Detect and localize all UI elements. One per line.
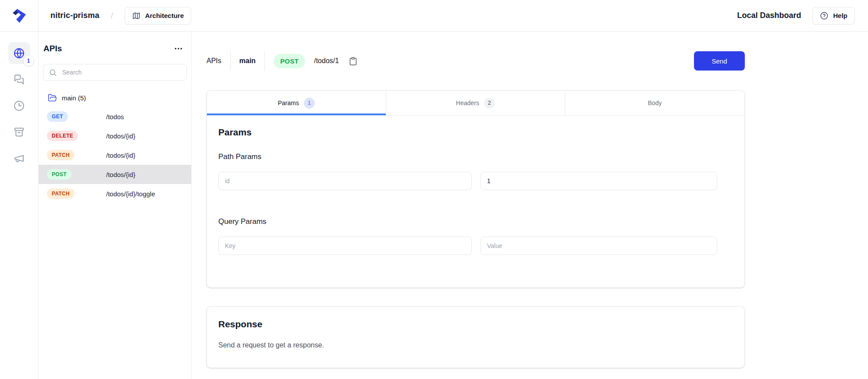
architecture-button-label: Architecture [145, 12, 184, 19]
path-params-heading: Path Params [218, 152, 716, 161]
tab-label: Headers [456, 99, 479, 106]
send-button[interactable]: Send [694, 51, 745, 71]
method-badge: DELETE [47, 131, 78, 141]
params-heading: Params [218, 127, 716, 138]
main-content: APIs main POST /todos/1 Sen [192, 32, 868, 379]
header-right: Local Dashboard Help [737, 7, 868, 25]
endpoint-row[interactable]: PATCH /todos/{id} [39, 145, 191, 165]
rail-item-topics[interactable] [8, 147, 30, 169]
tab-headers[interactable]: Headers 2 [386, 91, 566, 115]
rail-item-chat[interactable] [8, 68, 30, 90]
sidebar-menu-button[interactable] [172, 42, 185, 55]
query-params-row [218, 237, 716, 255]
help-circle-icon [820, 11, 829, 20]
map-icon [132, 11, 141, 20]
copy-path-button[interactable] [348, 56, 359, 67]
header-breadcrumb: nitric-prisma / Architecture [39, 7, 191, 25]
method-badge: GET [47, 111, 68, 122]
breadcrumb-divider [230, 51, 231, 71]
endpoint-row[interactable]: DELETE /todos/{id} [39, 126, 191, 145]
tab-params[interactable]: Params 1 [207, 91, 386, 115]
path-param-key-input[interactable] [218, 172, 472, 190]
nitric-logo[interactable] [0, 0, 39, 31]
rail-item-schedules[interactable] [8, 95, 30, 117]
nitric-logo-icon [11, 7, 28, 25]
request-tabs: Params 1 Headers 2 Body [207, 91, 744, 116]
endpoint-path: /todos/{id} [106, 152, 135, 159]
tab-count-badge: 2 [484, 98, 495, 109]
project-name: nitric-prisma [50, 11, 100, 20]
endpoint-path: /todos/{id} [106, 171, 135, 178]
rail-item-apis[interactable]: 1 [8, 42, 30, 64]
query-params-heading: Query Params [218, 217, 716, 226]
response-empty-message: Send a request to get a response. [218, 341, 733, 349]
breadcrumb-divider [264, 51, 265, 71]
endpoint-path: /todos/{id} [106, 132, 135, 140]
endpoint-row[interactable]: POST /todos/{id} [39, 165, 191, 184]
sidebar-title: APIs [43, 44, 62, 53]
app: nitric-prisma / Architecture Local Dashb… [0, 0, 868, 379]
folder-open-icon [48, 93, 57, 103]
method-badge: POST [47, 169, 71, 180]
icon-rail: 1 [0, 32, 39, 379]
path-param-value-input[interactable] [480, 172, 717, 190]
breadcrumb-method-badge: POST [274, 54, 305, 68]
help-button-label: Help [833, 12, 847, 19]
search-input[interactable] [61, 68, 181, 76]
search-box [43, 64, 187, 81]
chat-bubbles-icon [13, 74, 25, 85]
tab-label: Params [278, 99, 299, 106]
apis-count-badge: 1 [23, 55, 34, 66]
help-button[interactable]: Help [812, 7, 855, 25]
endpoint-path: /todos/{id}/toggle [106, 190, 155, 198]
tab-body[interactable]: Body [565, 91, 744, 115]
apis-sidebar: APIs [39, 32, 192, 379]
ellipsis-icon [174, 44, 183, 53]
tab-count-badge: 1 [304, 98, 315, 109]
architecture-button[interactable]: Architecture [125, 7, 191, 25]
globe-icon [13, 47, 25, 59]
response-card: Response Send a request to get a respons… [206, 306, 745, 368]
endpoint-row[interactable]: GET /todos [39, 107, 191, 126]
breadcrumb-path: /todos/1 [314, 57, 339, 65]
dashboard-title: Local Dashboard [737, 11, 801, 20]
response-heading: Response [218, 319, 733, 329]
api-group-label: main (5) [62, 94, 86, 102]
method-badge: PATCH [47, 150, 75, 160]
api-group[interactable]: main (5) [39, 92, 191, 103]
endpoint-path: /todos [106, 113, 124, 120]
bucket-icon [13, 126, 25, 138]
query-param-key-input[interactable] [218, 237, 472, 255]
megaphone-icon [13, 152, 25, 164]
request-breadcrumb: APIs main POST /todos/1 [206, 51, 359, 71]
params-panel: Params Path Params Query Params [207, 116, 744, 287]
tab-label: Body [648, 99, 662, 106]
clock-icon [13, 100, 25, 112]
top-bar: nitric-prisma / Architecture Local Dashb… [0, 0, 868, 32]
search-icon [49, 68, 57, 77]
query-param-value-input[interactable] [480, 237, 717, 255]
endpoint-row[interactable]: PATCH /todos/{id}/toggle [39, 184, 191, 203]
breadcrumb-separator: / [111, 11, 113, 21]
breadcrumb-api: main [239, 57, 256, 65]
path-params-row [218, 172, 716, 190]
clipboard-icon [349, 57, 358, 66]
request-topbar: APIs main POST /todos/1 Sen [206, 51, 745, 71]
rail-item-storage[interactable] [8, 121, 30, 143]
method-badge: PATCH [47, 188, 75, 199]
breadcrumb-root: APIs [206, 57, 221, 65]
request-card: Params 1 Headers 2 Body Params [206, 90, 745, 288]
endpoint-list: GET /todos DELETE /todos/{id} PATCH /tod… [39, 107, 191, 203]
